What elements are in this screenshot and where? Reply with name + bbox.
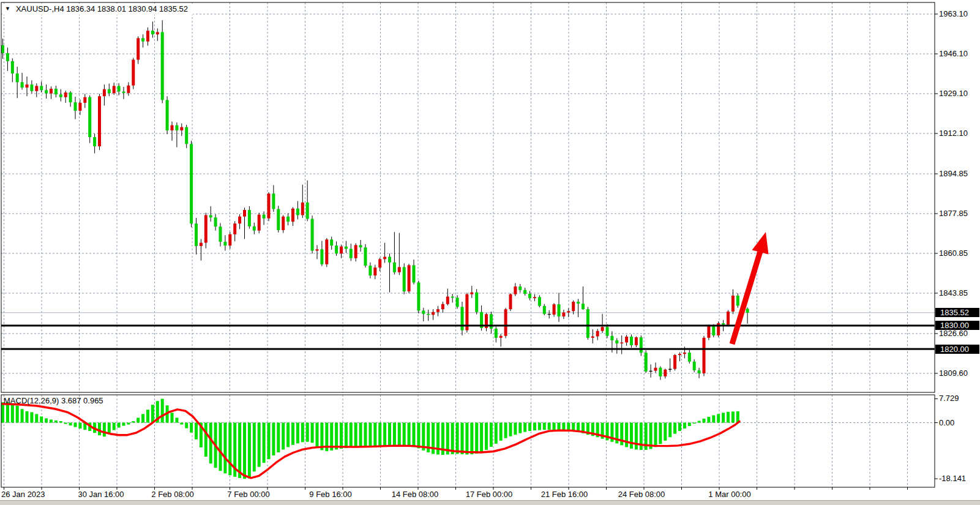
level-price-badge: 1830.00 [935, 321, 979, 330]
time-axis-label: 7 Feb 00:00 [227, 490, 269, 499]
time-axis-label: 2 Feb 08:00 [151, 490, 193, 499]
macd-axis-label: 0.00 [939, 419, 979, 427]
macd-axis-label: -18.141 [939, 474, 979, 483]
price-axis-label: 1929.10 [939, 89, 979, 98]
price-axis-label: 1894.85 [939, 170, 979, 178]
time-axis-label: 1 Mar 00:00 [708, 490, 750, 499]
chart-window: ▼ XAUUSD-,H4 1836.34 1838.01 1830.94 183… [0, 0, 980, 505]
price-axis-label: 1877.85 [939, 209, 979, 218]
macd-axis-label: 7.729 [939, 394, 979, 403]
price-axis-label: 1843.85 [939, 289, 979, 297]
window-bottom-strip [0, 500, 980, 505]
time-axis-label: 17 Feb 00:00 [466, 490, 513, 499]
time-axis-label: 26 Jan 2023 [1, 490, 45, 499]
current-price-badge: 1835.52 [935, 308, 979, 317]
macd-indicator-label: MACD(12,26,9) 3.687 0.965 [4, 396, 103, 405]
price-axis-label: 1912.10 [939, 129, 979, 138]
time-axis-label: 14 Feb 08:00 [392, 490, 439, 499]
price-axis-label: 1860.85 [939, 249, 979, 258]
price-axis[interactable] [935, 2, 980, 487]
price-axis-label: 1946.10 [939, 50, 979, 58]
time-axis-label: 21 Feb 16:00 [541, 490, 588, 499]
symbol-ohlc-text: XAUUSD-,H4 1836.34 1838.01 1830.94 1835.… [16, 4, 188, 13]
level-price-badge: 1820.00 [935, 345, 979, 354]
time-axis-label: 30 Jan 16:00 [78, 490, 124, 499]
symbol-info-bar: ▼ XAUUSD-,H4 1836.34 1838.01 1830.94 183… [2, 4, 193, 15]
chart-canvas[interactable] [0, 0, 980, 505]
price-axis-label: 1809.60 [939, 369, 979, 378]
time-axis-label: 24 Feb 08:00 [618, 490, 665, 499]
symbol-dropdown-icon[interactable]: ▼ [5, 6, 10, 12]
time-axis-label: 9 Feb 16:00 [309, 490, 351, 499]
price-axis-label: 1826.60 [939, 329, 979, 338]
price-axis-label: 1963.10 [939, 10, 979, 18]
